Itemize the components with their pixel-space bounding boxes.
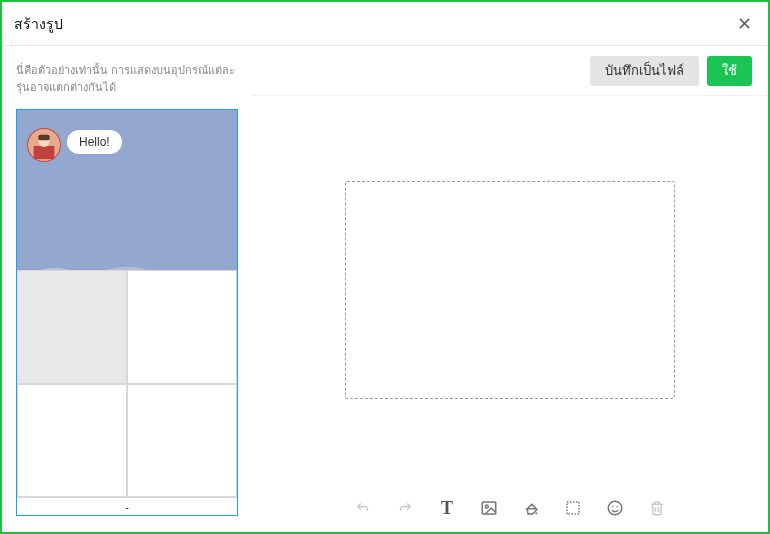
undo-icon[interactable] xyxy=(353,498,373,518)
canvas-dropzone[interactable] xyxy=(345,181,675,399)
action-bar: บันทึกเป็นไฟล์ ใช้ xyxy=(252,46,768,96)
close-icon[interactable]: ✕ xyxy=(733,9,756,39)
preview-frame: Hello! - xyxy=(16,109,238,516)
use-button[interactable]: ใช้ xyxy=(707,56,752,86)
redo-icon[interactable] xyxy=(395,498,415,518)
dialog-header: สร้างรูป ✕ xyxy=(2,2,768,46)
delete-tool-icon[interactable] xyxy=(647,498,667,518)
editor-toolbar: T xyxy=(252,484,768,532)
svg-point-6 xyxy=(535,512,537,514)
preview-chat-area: Hello! xyxy=(17,110,237,270)
fill-tool-icon[interactable] xyxy=(521,498,541,518)
preview-cloud-decoration xyxy=(17,250,237,270)
emoji-tool-icon[interactable] xyxy=(605,498,625,518)
border-tool-icon[interactable] xyxy=(563,498,583,518)
preview-panel: นี่คือตัวอย่างเท่านั้น การแสดงบนอุปกรณ์แ… xyxy=(2,46,252,532)
preview-grid-cell[interactable] xyxy=(127,270,237,384)
avatar xyxy=(27,128,61,162)
svg-point-5 xyxy=(485,505,488,508)
preview-hint: นี่คือตัวอย่างเท่านั้น การแสดงบนอุปกรณ์แ… xyxy=(16,62,238,95)
svg-point-10 xyxy=(617,506,619,508)
canvas-area xyxy=(252,96,768,484)
save-as-file-button[interactable]: บันทึกเป็นไฟล์ xyxy=(590,56,699,86)
preview-grid-cell[interactable] xyxy=(17,270,127,384)
svg-rect-4 xyxy=(482,502,496,514)
preview-grid-cell[interactable] xyxy=(17,384,127,498)
svg-rect-7 xyxy=(567,502,579,514)
dialog-title: สร้างรูป xyxy=(14,13,63,35)
editor-panel: บันทึกเป็นไฟล์ ใช้ T xyxy=(252,46,768,532)
svg-point-8 xyxy=(608,501,622,515)
svg-rect-3 xyxy=(38,135,49,141)
svg-point-9 xyxy=(612,506,614,508)
text-tool-icon[interactable]: T xyxy=(437,498,457,518)
dialog-body: นี่คือตัวอย่างเท่านั้น การแสดงบนอุปกรณ์แ… xyxy=(2,46,768,532)
preview-grid: - xyxy=(17,270,237,515)
preview-message-bubble: Hello! xyxy=(67,130,122,154)
preview-grid-cell[interactable] xyxy=(127,384,237,498)
svg-rect-1 xyxy=(34,146,55,159)
preview-grid-chin: - xyxy=(17,497,237,515)
image-tool-icon[interactable] xyxy=(479,498,499,518)
